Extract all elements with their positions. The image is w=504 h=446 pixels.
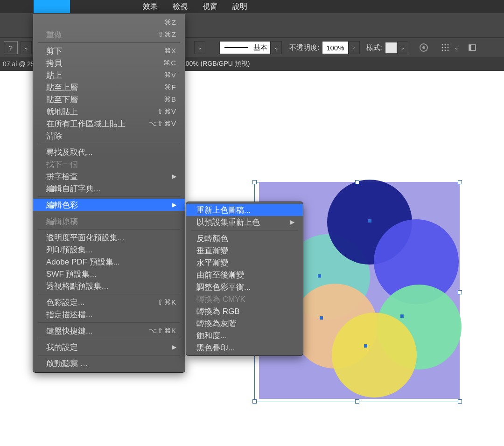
menu-shortcut: ⌥⇧⌘V bbox=[149, 119, 176, 128]
menu-item[interactable]: Adobe PDF 預設集... bbox=[33, 256, 185, 268]
opacity-input[interactable]: 100% bbox=[322, 41, 348, 54]
submenu-item[interactable]: 以預設集重新上色▶ bbox=[186, 216, 303, 228]
submenu-item[interactable]: 轉換為 RGB bbox=[186, 305, 303, 317]
sel-handle[interactable] bbox=[355, 180, 359, 184]
menu-item[interactable]: 貼至上層⌘F bbox=[33, 81, 185, 93]
circle-yellow[interactable] bbox=[332, 313, 417, 397]
menu-item[interactable]: 貼至下層⌘B bbox=[33, 93, 185, 105]
submenu-item[interactable]: 反轉顏色 bbox=[186, 232, 303, 244]
sel-handle[interactable] bbox=[458, 180, 462, 184]
menu-item[interactable]: 編輯色彩▶ bbox=[33, 199, 185, 211]
menubar-item[interactable]: 檢視 bbox=[165, 2, 195, 12]
menu-item[interactable]: 啟動聽寫 … bbox=[33, 357, 185, 369]
menu-item-label: 貼上 bbox=[46, 70, 62, 81]
menu-item-label: 編輯色彩 bbox=[46, 200, 78, 210]
menu-item-label: 我的設定 bbox=[46, 342, 78, 353]
menu-item[interactable]: 貼上⌘V bbox=[33, 69, 185, 81]
submenu-item-label: 黑色疊印... bbox=[196, 342, 235, 353]
opacity-arrow[interactable]: › bbox=[349, 41, 360, 54]
menu-item-label: 在所有工作區域上貼上 bbox=[46, 118, 126, 129]
menu-item[interactable]: 清除 bbox=[33, 130, 185, 142]
menu-separator bbox=[38, 42, 180, 43]
anchor[interactable] bbox=[400, 314, 404, 318]
edit-menu: ⌘Z重做⇧⌘Z剪下⌘X拷貝⌘C貼上⌘V貼至上層⌘F貼至下層⌘B就地貼上⇧⌘V在所… bbox=[33, 13, 185, 373]
sel-handle[interactable] bbox=[252, 399, 257, 404]
menu-item[interactable]: 鍵盤快捷鍵...⌥⇧⌘K bbox=[33, 325, 185, 337]
menu-item-label: 貼至下層 bbox=[46, 94, 78, 105]
menu-item[interactable]: 在所有工作區域上貼上⌥⇧⌘V bbox=[33, 118, 185, 130]
menu-item: 編輯原稿 bbox=[33, 215, 185, 227]
menu-item[interactable]: 透視格點預設集... bbox=[33, 280, 185, 292]
menubar-item[interactable]: 視窗 bbox=[195, 2, 225, 12]
submenu-item[interactable]: 重新上色圖稿... bbox=[186, 204, 303, 216]
style-label: 樣式: bbox=[366, 43, 382, 52]
menu-item-label: 啟動聽寫 … bbox=[46, 358, 88, 369]
submenu-item[interactable]: 調整色彩平衡... bbox=[186, 281, 303, 293]
svg-point-8 bbox=[441, 50, 443, 51]
menu-shortcut: ⌘C bbox=[163, 59, 176, 67]
sel-handle[interactable] bbox=[252, 180, 257, 184]
stroke-weight-dropdown[interactable]: ⌄ bbox=[194, 41, 205, 54]
menu-item[interactable]: 剪下⌘X bbox=[33, 45, 185, 57]
menu-item[interactable]: SWF 預設集... bbox=[33, 268, 185, 280]
menu-item[interactable]: 色彩設定...⇧⌘K bbox=[33, 296, 185, 308]
submenu-arrow-icon: ▶ bbox=[290, 219, 294, 225]
anchor[interactable] bbox=[368, 219, 371, 223]
menu-shortcut: ⇧⌘V bbox=[157, 107, 176, 116]
stroke-preview-icon bbox=[224, 47, 248, 49]
menu-item-label: 色彩設定... bbox=[46, 297, 84, 308]
submenu-item-label: 重新上色圖稿... bbox=[196, 205, 251, 216]
anchor[interactable] bbox=[364, 344, 367, 348]
align-arrow[interactable]: ⌄ bbox=[451, 42, 462, 54]
recolor-icon[interactable] bbox=[418, 42, 430, 54]
menubar-item[interactable]: 效果 bbox=[135, 2, 165, 12]
menu-item[interactable]: 我的設定▶ bbox=[33, 341, 185, 353]
menu-separator bbox=[191, 230, 298, 230]
style-swatch[interactable] bbox=[385, 42, 397, 53]
stroke-style-dropdown[interactable]: 基本 bbox=[219, 41, 271, 54]
submenu-arrow-icon: ▶ bbox=[172, 202, 176, 208]
help-dropdown[interactable]: ⌄ bbox=[21, 41, 32, 54]
menu-shortcut: ⌘F bbox=[164, 83, 176, 91]
svg-rect-12 bbox=[469, 45, 471, 50]
submenu-item[interactable]: 水平漸變 bbox=[186, 257, 303, 269]
isolation-icon[interactable] bbox=[466, 42, 478, 54]
svg-point-1 bbox=[422, 46, 425, 49]
stroke-style-arrow[interactable]: ⌄ bbox=[271, 41, 282, 54]
menu-item[interactable]: 尋找及取代... bbox=[33, 146, 185, 158]
help-icon[interactable]: ? bbox=[4, 41, 18, 54]
stroke-style-label: 基本 bbox=[253, 43, 267, 52]
svg-point-2 bbox=[441, 44, 443, 46]
menu-item[interactable]: 指定描述檔... bbox=[33, 308, 185, 321]
sel-handle[interactable] bbox=[355, 399, 359, 404]
menubar-item[interactable]: 說明 bbox=[225, 2, 255, 12]
submenu-item[interactable]: 轉換為灰階 bbox=[186, 317, 303, 329]
menu-item[interactable]: 拷貝⌘C bbox=[33, 57, 185, 69]
menu-item[interactable]: 就地貼上⇧⌘V bbox=[33, 105, 185, 118]
menu-item[interactable]: 拼字檢查▶ bbox=[33, 170, 185, 182]
menu-item[interactable]: 列印預設集... bbox=[33, 244, 185, 256]
document-tab-name[interactable]: 07.ai @ 25 bbox=[0, 57, 35, 71]
menu-separator bbox=[38, 322, 180, 323]
menu-shortcut: ⌘Z bbox=[164, 18, 176, 27]
submenu-item-label: 轉換為 CMYK bbox=[196, 294, 245, 305]
align-icon[interactable] bbox=[439, 42, 451, 54]
sel-handle[interactable] bbox=[458, 290, 462, 294]
menu-item[interactable]: 編輯自訂字典... bbox=[33, 182, 185, 195]
submenu-item[interactable]: 飽和度... bbox=[186, 329, 303, 341]
menubar-selected-highlight bbox=[34, 0, 70, 13]
menu-item-label: 指定描述檔... bbox=[46, 309, 92, 320]
menu-shortcut: ⇧⌘Z bbox=[158, 30, 176, 39]
sel-handle[interactable] bbox=[458, 399, 462, 404]
submenu-item-label: 由前至後漸變 bbox=[196, 270, 244, 280]
menu-separator bbox=[38, 196, 180, 197]
style-arrow[interactable]: ⌄ bbox=[397, 41, 408, 54]
menu-item-label: 編輯原稿 bbox=[46, 216, 78, 227]
anchor[interactable] bbox=[318, 274, 321, 278]
menu-item[interactable]: 透明度平面化預設集... bbox=[33, 231, 185, 244]
anchor[interactable] bbox=[320, 316, 323, 320]
svg-point-9 bbox=[444, 50, 446, 51]
submenu-item[interactable]: 由前至後漸變 bbox=[186, 269, 303, 281]
submenu-item[interactable]: 垂直漸變 bbox=[186, 244, 303, 257]
submenu-item[interactable]: 黑色疊印... bbox=[186, 341, 303, 354]
